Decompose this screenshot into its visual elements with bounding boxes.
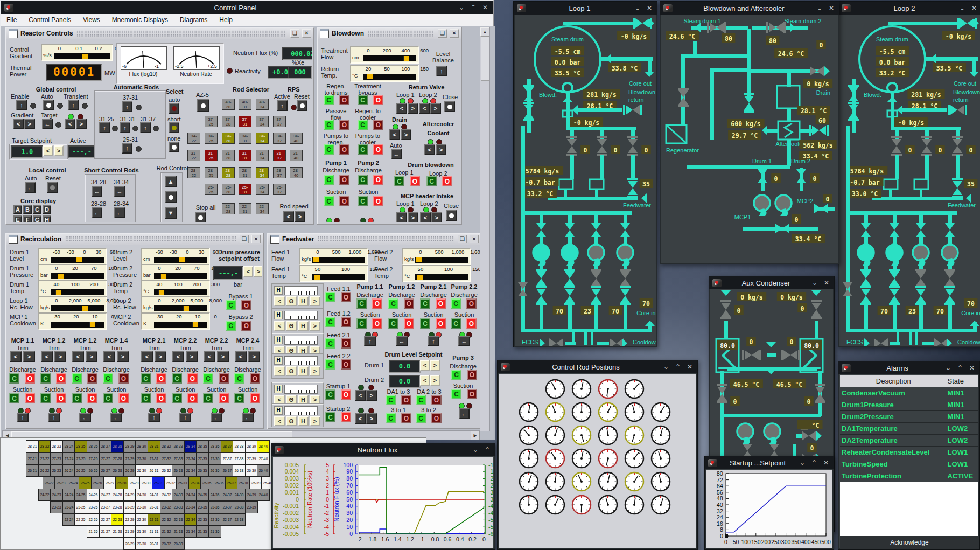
- core-map-cell[interactable]: 27-26: [87, 452, 100, 465]
- rod-cell[interactable]: 28-37: [273, 167, 286, 178]
- valve-icon[interactable]: [627, 178, 638, 198]
- button[interactable]: [169, 122, 179, 133]
- close-button[interactable]: C: [451, 318, 461, 329]
- open-button[interactable]: O: [241, 321, 251, 331]
- maximize-icon[interactable]: ⌃: [469, 4, 478, 11]
- trim-button[interactable]: <: [235, 351, 247, 362]
- core-map-cell[interactable]: 28-23: [50, 440, 63, 452]
- rod-cell[interactable]: 28-40: [290, 167, 303, 178]
- core-map-cell[interactable]: 20-29: [123, 538, 136, 550]
- core-map-cell[interactable]: 24-33: [172, 489, 185, 501]
- button[interactable]: ↑: [68, 100, 79, 110]
- valve-icon[interactable]: [549, 338, 563, 346]
- rod-cell[interactable]: 34-31: [239, 133, 251, 144]
- open-button[interactable]: O: [401, 395, 411, 405]
- close-icon[interactable]: ✕: [302, 29, 311, 38]
- valve-icon[interactable]: [518, 282, 528, 296]
- minimize-icon[interactable]: ⌄: [633, 4, 642, 12]
- rod-cell[interactable]: 34-40: [290, 133, 303, 144]
- core-map-cell[interactable]: 27-21: [26, 452, 39, 465]
- rod-cell[interactable]: 22-28: [222, 203, 235, 214]
- rod-cell[interactable]: 34-34: [256, 133, 269, 144]
- core-map-cell[interactable]: 24-30: [135, 489, 148, 501]
- button[interactable]: [47, 182, 58, 193]
- rod-cell[interactable]: 34-37: [273, 133, 286, 144]
- strip-button[interactable]: <: [274, 296, 285, 306]
- core-map-cell[interactable]: 24-25: [74, 489, 87, 501]
- trim-button[interactable]: <: [41, 351, 53, 362]
- button[interactable]: ↑: [179, 413, 191, 422]
- alarm-row[interactable]: Drum1PressureMIN1: [840, 399, 978, 411]
- core-map-cell[interactable]: 20-33: [172, 538, 185, 550]
- close-button[interactable]: C: [9, 373, 19, 384]
- open-button[interactable]: O: [87, 393, 97, 403]
- open-button[interactable]: O: [373, 95, 383, 105]
- valve-icon[interactable]: [610, 338, 624, 346]
- button[interactable]: [169, 142, 179, 152]
- close-button[interactable]: C: [324, 95, 334, 105]
- button[interactable]: >: [401, 129, 411, 140]
- core-map-cell[interactable]: 24-28: [111, 489, 124, 501]
- valve-icon[interactable]: [815, 384, 825, 403]
- close-button[interactable]: C: [72, 393, 82, 403]
- core-map-cell[interactable]: 20-30: [135, 538, 148, 550]
- button[interactable]: ↑: [364, 336, 376, 346]
- trim-button[interactable]: <: [204, 351, 215, 362]
- button[interactable]: [43, 100, 54, 110]
- close-button[interactable]: C: [40, 393, 51, 403]
- vertical-scrollbar[interactable]: ▲: [480, 27, 490, 431]
- trim-button[interactable]: >: [217, 351, 229, 362]
- core-map-cell[interactable]: 28-37: [221, 440, 234, 452]
- button[interactable]: F: [23, 215, 32, 222]
- button[interactable]: [297, 100, 307, 111]
- pump-icon[interactable]: [775, 195, 792, 216]
- core-map-cell[interactable]: 27-23: [50, 452, 63, 465]
- pump-icon[interactable]: [737, 423, 753, 444]
- core-map-cell[interactable]: 28-25: [74, 440, 87, 452]
- close-button[interactable]: C: [325, 412, 335, 422]
- button[interactable]: ←: [92, 207, 102, 218]
- open-button[interactable]: O: [250, 373, 260, 384]
- valve-icon[interactable]: [523, 85, 534, 104]
- open-button[interactable]: O: [466, 298, 477, 309]
- scroll-thumb[interactable]: [481, 37, 489, 81]
- valve-icon[interactable]: [915, 286, 926, 305]
- core-map-cell[interactable]: 25-22: [43, 477, 55, 489]
- alarm-row[interactable]: TurbineSpeedLOW1: [840, 458, 978, 470]
- valve-icon[interactable]: [889, 269, 900, 288]
- minimize-icon[interactable]: ⌄: [815, 4, 824, 12]
- button[interactable]: <: [355, 413, 366, 424]
- valve-icon[interactable]: [948, 105, 967, 115]
- button[interactable]: >: [24, 119, 35, 129]
- button[interactable]: >: [295, 211, 305, 222]
- close-icon[interactable]: ✕: [251, 235, 261, 243]
- rod-cell[interactable]: 34-25: [205, 133, 218, 144]
- open-button[interactable]: O: [410, 176, 420, 186]
- core-map-cell[interactable]: 21-31: [148, 525, 160, 538]
- core-map-cell[interactable]: 25-27: [103, 477, 116, 489]
- strip-button[interactable]: H: [298, 416, 309, 426]
- close-button[interactable]: C: [451, 298, 461, 309]
- core-map-cell[interactable]: 28-22: [38, 440, 51, 452]
- button[interactable]: ↑: [148, 413, 160, 422]
- close-button[interactable]: C: [324, 144, 334, 155]
- strip-button[interactable]: <: [274, 321, 285, 331]
- valve-icon[interactable]: [945, 223, 955, 237]
- maximize-icon[interactable]: ⌃: [810, 459, 818, 467]
- trim-button[interactable]: >: [155, 351, 166, 362]
- core-map-cell[interactable]: 27-29: [123, 452, 136, 465]
- core-map-cell[interactable]: 25-38: [237, 477, 250, 489]
- core-map-cell[interactable]: 25-26: [91, 477, 104, 489]
- close-button[interactable]: C: [234, 393, 244, 403]
- core-map-cell[interactable]: 26-24: [62, 464, 75, 477]
- open-button[interactable]: O: [341, 412, 351, 422]
- button[interactable]: >: [366, 413, 377, 424]
- open-button[interactable]: O: [187, 373, 198, 384]
- close-button[interactable]: C: [141, 373, 151, 384]
- rod-cell[interactable]: 37-37: [273, 116, 286, 127]
- core-map-cell[interactable]: 21-29: [123, 525, 136, 538]
- open-button[interactable]: O: [372, 298, 382, 309]
- open-button[interactable]: O: [250, 393, 260, 403]
- valve-icon[interactable]: [720, 300, 731, 319]
- rod-cell[interactable]: 31-34: [256, 150, 269, 161]
